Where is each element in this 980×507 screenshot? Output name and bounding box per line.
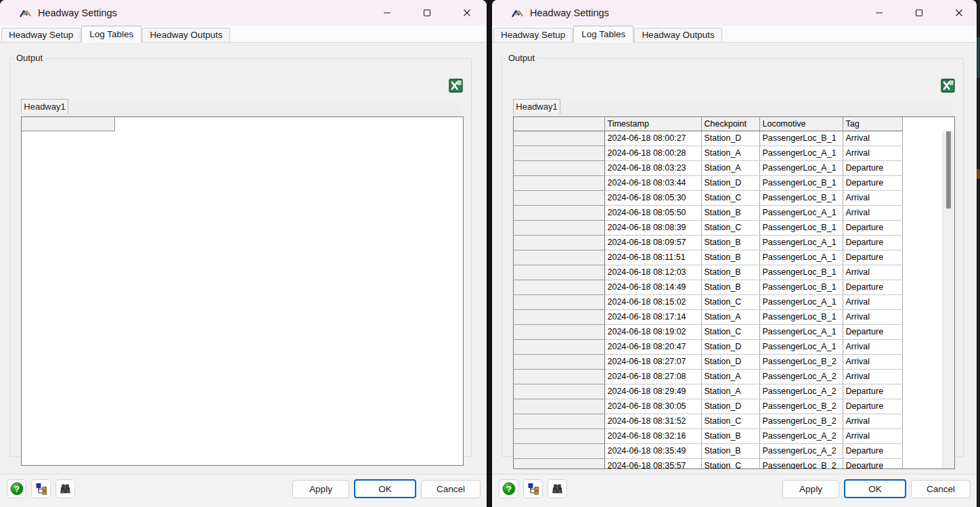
table-cell[interactable]: 2024-06-18 08:35:57 — [604, 459, 701, 470]
table-cell[interactable]: 2024-06-18 08:09:57 — [604, 236, 701, 250]
find-button[interactable] — [55, 479, 75, 498]
minimize-button[interactable] — [868, 3, 890, 23]
tab-headway-setup[interactable]: Headway Setup — [1, 28, 81, 42]
row-header-cell[interactable] — [514, 384, 604, 399]
table-cell[interactable]: Arrival — [843, 131, 902, 146]
table-cell[interactable]: Station_A — [701, 384, 759, 399]
table-cell[interactable]: Station_A — [701, 370, 759, 384]
table-cell[interactable]: 2024-06-18 08:20:47 — [604, 340, 701, 355]
minimize-button[interactable] — [376, 3, 398, 23]
table-cell[interactable]: Arrival — [843, 295, 902, 310]
table-row[interactable]: 2024-06-18 08:00:27Station_DPassengerLoc… — [514, 131, 942, 146]
cancel-button[interactable]: Cancel — [421, 480, 481, 498]
row-header-cell[interactable] — [514, 459, 604, 470]
table-cell[interactable]: Departure — [843, 280, 902, 295]
export-to-excel-button[interactable] — [447, 76, 464, 94]
table-cell[interactable]: Arrival — [843, 191, 902, 206]
row-header-cell[interactable] — [514, 206, 604, 221]
table-cell[interactable]: PassengerLoc_B_1 — [759, 221, 843, 236]
table-cell[interactable]: 2024-06-18 08:12:03 — [604, 265, 701, 280]
table-cell[interactable]: PassengerLoc_B_1 — [759, 131, 843, 146]
table-cell[interactable]: Departure — [843, 325, 902, 340]
table-cell[interactable]: Departure — [843, 444, 902, 459]
table-cell[interactable]: Station_C — [701, 414, 759, 429]
table-cell[interactable]: 2024-06-18 08:03:23 — [604, 161, 701, 176]
row-header-cell[interactable] — [514, 295, 604, 310]
row-header-cell[interactable] — [514, 414, 604, 429]
table-cell[interactable]: Departure — [843, 459, 902, 470]
table-cell[interactable]: PassengerLoc_B_1 — [759, 310, 843, 325]
table-row[interactable]: 2024-06-18 08:05:50Station_BPassengerLoc… — [514, 206, 942, 221]
row-header-cell[interactable] — [514, 355, 604, 370]
table-cell[interactable]: Station_C — [701, 325, 759, 340]
table-row[interactable]: 2024-06-18 08:30:05Station_DPassengerLoc… — [514, 399, 942, 414]
table-row[interactable]: 2024-06-18 08:09:57Station_BPassengerLoc… — [514, 236, 942, 250]
table-cell[interactable]: Arrival — [843, 265, 902, 280]
table-cell[interactable]: PassengerLoc_A_2 — [759, 370, 843, 384]
model-tree-button[interactable] — [523, 479, 543, 498]
table-row[interactable]: 2024-06-18 08:00:28Station_APassengerLoc… — [514, 146, 942, 161]
table-cell[interactable]: PassengerLoc_A_2 — [759, 429, 843, 444]
table-cell[interactable]: Station_C — [701, 459, 759, 470]
vertical-scrollbar[interactable] — [942, 131, 954, 468]
table-cell[interactable]: Station_A — [701, 146, 759, 161]
table-cell[interactable]: 2024-06-18 08:27:07 — [604, 355, 701, 370]
table-cell[interactable]: 2024-06-18 08:03:44 — [604, 176, 701, 191]
table-cell[interactable]: Arrival — [843, 206, 902, 221]
table-cell[interactable]: PassengerLoc_A_1 — [759, 295, 843, 310]
table-cell[interactable]: Station_A — [701, 161, 759, 176]
table-cell[interactable]: Arrival — [843, 340, 902, 355]
table-cell[interactable]: PassengerLoc_A_1 — [759, 146, 843, 161]
table-cell[interactable]: 2024-06-18 08:00:28 — [604, 146, 701, 161]
table-cell[interactable]: Departure — [843, 384, 902, 399]
row-header-cell[interactable] — [514, 250, 604, 265]
table-cell[interactable]: Station_C — [701, 295, 759, 310]
table-cell[interactable]: PassengerLoc_B_1 — [759, 280, 843, 295]
table-cell[interactable]: Departure — [843, 161, 902, 176]
apply-button[interactable]: Apply — [782, 480, 839, 498]
table-row[interactable]: 2024-06-18 08:08:39Station_CPassengerLoc… — [514, 221, 942, 236]
table-cell[interactable]: Station_C — [701, 221, 759, 236]
table-cell[interactable]: Arrival — [843, 429, 902, 444]
row-header-cell[interactable] — [514, 444, 604, 459]
table-cell[interactable]: 2024-06-18 08:31:52 — [604, 414, 701, 429]
table-cell[interactable]: 2024-06-18 08:08:39 — [604, 221, 701, 236]
table-row[interactable]: 2024-06-18 08:20:47Station_DPassengerLoc… — [514, 340, 942, 355]
column-header-timestamp[interactable]: Timestamp — [604, 117, 701, 131]
tab-log-tables[interactable]: Log Tables — [573, 26, 633, 43]
table-cell[interactable]: Arrival — [843, 370, 902, 384]
table-row[interactable]: 2024-06-18 08:32:16Station_BPassengerLoc… — [514, 429, 942, 444]
table-cell[interactable]: 2024-06-18 08:32:16 — [604, 429, 701, 444]
table-cell[interactable]: Station_D — [701, 131, 759, 146]
table-cell[interactable]: Departure — [843, 250, 902, 265]
table-cell[interactable]: Station_B — [701, 265, 759, 280]
table-cell[interactable]: 2024-06-18 08:14:49 — [604, 280, 701, 295]
table-row[interactable]: 2024-06-18 08:05:30Station_CPassengerLoc… — [514, 191, 942, 206]
tab-headway-outputs[interactable]: Headway Outputs — [142, 28, 229, 42]
row-header-cell[interactable] — [514, 340, 604, 355]
table-cell[interactable]: Departure — [843, 236, 902, 250]
table-row[interactable]: 2024-06-18 08:19:02Station_CPassengerLoc… — [514, 325, 942, 340]
table-cell[interactable]: Station_B — [701, 280, 759, 295]
ok-button[interactable]: OK — [844, 479, 906, 498]
close-button[interactable] — [948, 3, 970, 23]
maximize-button[interactable] — [908, 3, 930, 23]
row-header-cell[interactable] — [514, 310, 604, 325]
find-button[interactable] — [548, 479, 567, 498]
close-button[interactable] — [456, 3, 478, 23]
table-row[interactable]: 2024-06-18 08:29:49Station_APassengerLoc… — [514, 384, 942, 399]
apply-button[interactable]: Apply — [292, 480, 349, 498]
row-header-cell[interactable] — [514, 429, 604, 444]
table-cell[interactable]: Arrival — [843, 146, 902, 161]
table-cell[interactable]: 2024-06-18 08:35:49 — [604, 444, 701, 459]
table-cell[interactable]: Station_B — [701, 429, 759, 444]
table-cell[interactable]: Arrival — [843, 414, 902, 429]
table-cell[interactable]: 2024-06-18 08:05:30 — [604, 191, 701, 206]
table-row[interactable]: 2024-06-18 08:12:03Station_BPassengerLoc… — [514, 265, 942, 280]
table-cell[interactable]: PassengerLoc_A_1 — [759, 340, 843, 355]
row-header-cell[interactable] — [514, 370, 604, 384]
table-cell[interactable]: PassengerLoc_B_2 — [759, 414, 843, 429]
table-row[interactable]: 2024-06-18 08:03:23Station_APassengerLoc… — [514, 161, 942, 176]
row-header-cell[interactable] — [514, 161, 604, 176]
table-row[interactable]: 2024-06-18 08:14:49Station_BPassengerLoc… — [514, 280, 942, 295]
